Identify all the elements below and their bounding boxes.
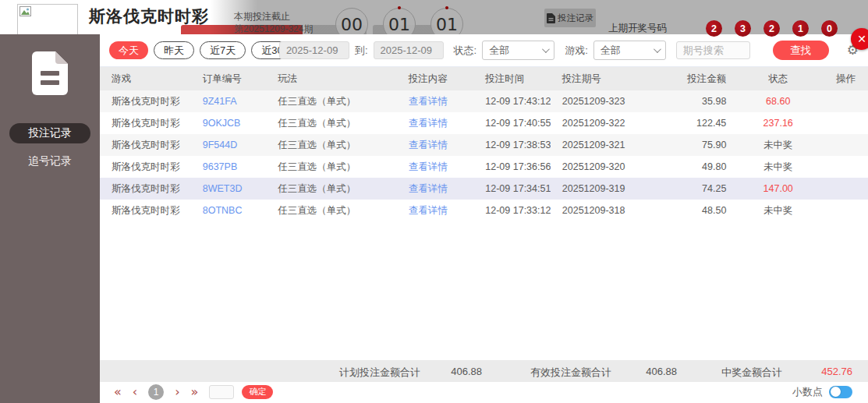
quick-filter-button[interactable]: 今天	[109, 41, 148, 59]
cell-order-link[interactable]: 9637PB	[191, 156, 266, 178]
cell-play-type: 任三直选（单式）	[266, 178, 397, 200]
table-row[interactable]: 斯洛伐克时时彩 9F544D 任三直选（单式） 查看详情 12-09 17:38…	[100, 134, 868, 156]
planned-total-value: 406.88	[435, 366, 482, 377]
sidebar-menu: 投注记录追号记录	[0, 123, 100, 179]
game-label: 游戏:	[565, 44, 588, 58]
cell-order-link[interactable]: 9Z41FA	[191, 90, 266, 112]
decimal-toggle[interactable]	[829, 386, 852, 398]
issue-search-input[interactable]	[676, 41, 750, 59]
column-header: 投注时间	[473, 67, 551, 90]
table-row[interactable]: 斯洛伐克时时彩 9Z41FA 任三直选（单式） 查看详情 12-09 17:43…	[100, 90, 868, 112]
table-empty-area	[100, 221, 868, 360]
cell-view-details-link[interactable]: 查看详情	[397, 112, 474, 134]
cell-amount: 122.45	[661, 112, 732, 134]
game-select-value: 全部	[601, 44, 621, 58]
close-modal-button[interactable]: ✕	[851, 28, 868, 50]
sidebar-item[interactable]: 追号记录	[9, 151, 90, 171]
to-label: 到:	[355, 44, 368, 58]
column-header: 操作	[824, 67, 868, 90]
status-label: 状态:	[454, 44, 477, 58]
current-page-indicator[interactable]: 1	[148, 384, 164, 400]
quick-filter-button[interactable]: 近7天	[200, 41, 246, 59]
status-select-value: 全部	[489, 44, 509, 58]
cell-bet-time: 12-09 17:38:53	[473, 134, 551, 156]
bet-records-table: 游戏订单编号玩法投注内容投注时间投注期号投注金额状态操作 斯洛伐克时时彩 9Z4…	[100, 67, 868, 221]
modal-sidebar: 投注记录追号记录	[0, 34, 100, 403]
cell-amount: 35.98	[661, 90, 732, 112]
column-header: 订单编号	[191, 67, 266, 90]
cell-order-link[interactable]: 9F544D	[191, 134, 266, 156]
cell-amount: 49.80	[661, 156, 732, 178]
game-select[interactable]: 全部	[593, 41, 666, 60]
cell-issue: 20251209-318	[551, 200, 661, 221]
modal-content: 今天昨天近7天近30天 2025-12-09 到: 2025-12-09 状态:…	[100, 34, 868, 403]
cell-operations	[824, 90, 868, 112]
cell-operations	[824, 156, 868, 178]
cell-status: 68.60	[732, 90, 824, 112]
prev-page-button[interactable]: ‹	[133, 386, 137, 398]
status-select[interactable]: 全部	[482, 41, 554, 60]
cell-amount: 74.25	[661, 178, 732, 200]
cell-operations	[824, 200, 868, 221]
cell-game: 斯洛伐克时时彩	[100, 200, 191, 221]
cell-view-details-link[interactable]: 查看详情	[397, 178, 474, 200]
date-from-input[interactable]: 2025-12-09	[279, 41, 349, 59]
cell-play-type: 任三直选（单式）	[266, 200, 397, 221]
quick-filter-button[interactable]: 昨天	[154, 41, 194, 59]
cell-view-details-link[interactable]: 查看详情	[397, 134, 474, 156]
draw-number-ball: 2	[763, 20, 780, 37]
cell-status: 未中奖	[732, 134, 824, 156]
cell-bet-time: 12-09 17:34:51	[473, 178, 551, 200]
cell-view-details-link[interactable]: 查看详情	[397, 156, 474, 178]
cell-game: 斯洛伐克时时彩	[100, 156, 191, 178]
draw-number-ball: 2	[706, 20, 722, 37]
table-row[interactable]: 斯洛伐克时时彩 9637PB 任三直选（单式） 查看详情 12-09 17:36…	[100, 156, 868, 178]
table-row[interactable]: 斯洛伐克时时彩 8OTNBC 任三直选（单式） 查看详情 12-09 17:33…	[100, 200, 868, 221]
draw-number-ball: 3	[735, 20, 751, 37]
cell-status: 未中奖	[732, 200, 824, 221]
first-page-button[interactable]: «	[114, 386, 122, 398]
column-header: 玩法	[266, 67, 397, 90]
cell-issue: 20251209-321	[551, 134, 661, 156]
sidebar-item[interactable]: 投注记录	[9, 123, 90, 143]
toggle-knob	[831, 387, 841, 397]
cell-issue: 20251209-323	[551, 90, 661, 112]
last-page-button[interactable]: »	[191, 386, 199, 398]
cell-play-type: 任三直选（单式）	[266, 134, 397, 156]
cell-play-type: 任三直选（单式）	[266, 156, 397, 178]
cell-view-details-link[interactable]: 查看详情	[397, 200, 474, 221]
cell-operations	[824, 112, 868, 134]
cell-game: 斯洛伐克时时彩	[100, 90, 191, 112]
page-jump-confirm-button[interactable]: 确定	[242, 385, 273, 399]
date-to-input[interactable]: 2025-12-09	[374, 41, 444, 59]
column-header: 投注金额	[661, 67, 732, 90]
table-row[interactable]: 斯洛伐克时时彩 8WET3D 任三直选（单式） 查看详情 12-09 17:34…	[100, 178, 868, 200]
chevron-down-icon	[542, 45, 550, 53]
column-header: 状态	[732, 67, 824, 90]
column-header: 投注内容	[397, 67, 474, 90]
document-icon-large	[32, 51, 68, 98]
cell-order-link[interactable]: 8OTNBC	[191, 200, 266, 221]
planned-total-label: 计划投注金额合计	[339, 366, 420, 380]
cell-order-link[interactable]: 8WET3D	[191, 178, 266, 200]
cell-issue: 20251209-320	[551, 156, 661, 178]
cell-game: 斯洛伐克时时彩	[100, 134, 191, 156]
page-jump-input[interactable]	[209, 385, 234, 399]
decimal-toggle-group: 小数点	[792, 385, 852, 399]
cell-view-details-link[interactable]: 查看详情	[397, 90, 474, 112]
search-button[interactable]: 查找	[773, 41, 829, 60]
cell-amount: 48.50	[661, 200, 732, 221]
win-total-label: 中奖金额合计	[721, 366, 782, 380]
cell-issue: 20251209-322	[551, 112, 661, 134]
chevron-down-icon	[654, 45, 661, 53]
cell-status: 未中奖	[732, 156, 824, 178]
last-draw-numbers: 23210	[706, 20, 838, 37]
cell-bet-time: 12-09 17:36:56	[473, 156, 551, 178]
bet-records-modal: 投注记录追号记录 今天昨天近7天近30天 2025-12-09 到: 2025-…	[0, 34, 868, 403]
quick-date-buttons: 今天昨天近7天近30天	[109, 41, 274, 59]
next-page-button[interactable]: ›	[175, 386, 179, 398]
cell-bet-time: 12-09 17:43:12	[473, 90, 551, 112]
table-header-row: 游戏订单编号玩法投注内容投注时间投注期号投注金额状态操作	[100, 67, 868, 90]
cell-order-link[interactable]: 9OKJCB	[191, 112, 266, 134]
table-row[interactable]: 斯洛伐克时时彩 9OKJCB 任三直选（单式） 查看详情 12-09 17:40…	[100, 112, 868, 134]
